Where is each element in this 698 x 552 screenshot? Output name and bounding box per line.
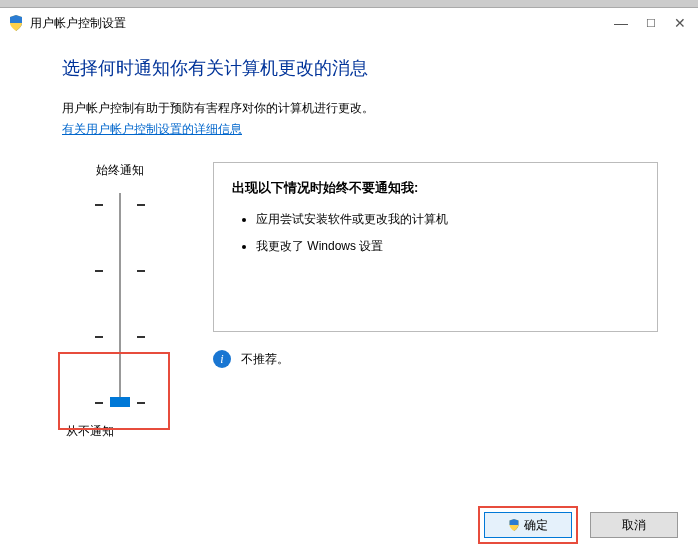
slider-tick-3 bbox=[95, 265, 145, 272]
ok-button-label: 确定 bbox=[524, 517, 548, 534]
footer-buttons: 确定 取消 bbox=[478, 506, 678, 544]
info-box: 出现以下情况时始终不要通知我: 应用尝试安装软件或更改我的计算机 我更改了 Wi… bbox=[213, 162, 658, 332]
recommendation-text: 不推荐。 bbox=[241, 351, 289, 368]
uac-slider[interactable] bbox=[95, 193, 145, 413]
cancel-button[interactable]: 取消 bbox=[590, 512, 678, 538]
ok-button[interactable]: 确定 bbox=[484, 512, 572, 538]
slider-label-always: 始终通知 bbox=[62, 162, 177, 179]
content-area: 选择何时通知你有关计算机更改的消息 用户帐户控制有助于预防有害程序对你的计算机进… bbox=[0, 38, 698, 440]
slider-tick-4 bbox=[95, 199, 145, 206]
page-heading: 选择何时通知你有关计算机更改的消息 bbox=[62, 56, 658, 80]
highlight-overlay-ok: 确定 bbox=[478, 506, 578, 544]
window-top-border bbox=[0, 0, 698, 8]
info-column: 出现以下情况时始终不要通知我: 应用尝试安装软件或更改我的计算机 我更改了 Wi… bbox=[213, 162, 658, 368]
slider-track bbox=[119, 193, 121, 405]
slider-column: 始终通知 从不通知 bbox=[62, 162, 177, 440]
cancel-button-label: 取消 bbox=[622, 517, 646, 534]
learn-more-link[interactable]: 有关用户帐户控制设置的详细信息 bbox=[62, 122, 242, 136]
window-title: 用户帐户控制设置 bbox=[30, 15, 614, 32]
uac-shield-icon bbox=[8, 15, 24, 31]
page-description: 用户帐户控制有助于预防有害程序对你的计算机进行更改。 bbox=[62, 100, 658, 117]
slider-label-never: 从不通知 bbox=[62, 423, 177, 440]
info-item: 我更改了 Windows 设置 bbox=[256, 238, 639, 255]
slider-tick-2 bbox=[95, 331, 145, 338]
slider-thumb[interactable] bbox=[110, 397, 130, 407]
info-item: 应用尝试安装软件或更改我的计算机 bbox=[256, 211, 639, 228]
info-icon: i bbox=[213, 350, 231, 368]
minimize-button[interactable]: — bbox=[614, 15, 628, 31]
info-title: 出现以下情况时始终不要通知我: bbox=[232, 179, 639, 197]
maximize-button[interactable]: ☐ bbox=[646, 17, 656, 30]
recommendation-row: i 不推荐。 bbox=[213, 350, 658, 368]
close-button[interactable]: ✕ bbox=[674, 15, 686, 31]
uac-shield-icon bbox=[508, 519, 520, 531]
titlebar: 用户帐户控制设置 — ☐ ✕ bbox=[0, 8, 698, 38]
